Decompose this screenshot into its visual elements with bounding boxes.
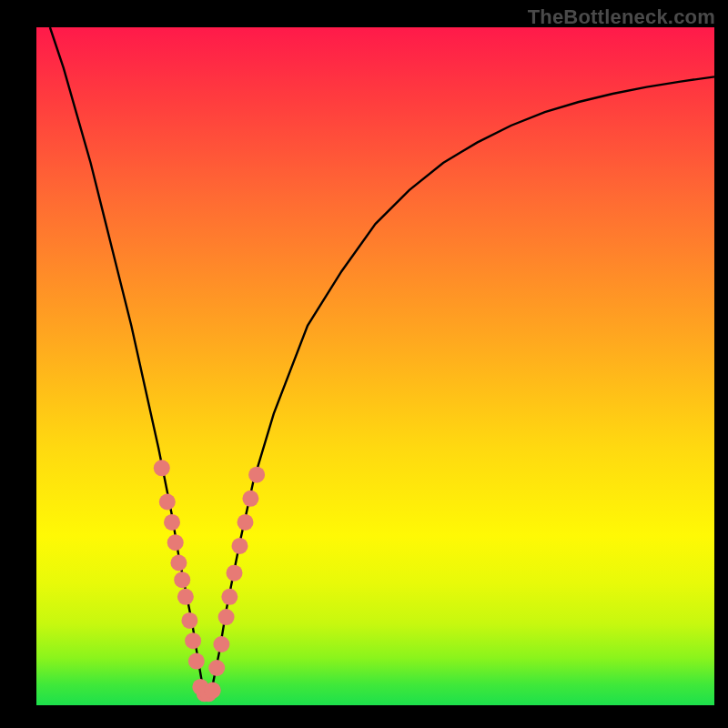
marker-dot [154,460,170,476]
marker-dot [181,612,197,629]
bottleneck-curve-svg [36,27,714,705]
marker-dot [213,636,229,652]
bottleneck-curve [50,27,714,695]
marker-dot [185,632,201,649]
marker-dot [208,660,225,676]
marker-dot [188,653,205,670]
marker-dot [221,589,238,605]
marker-dot [248,467,265,483]
marker-dot [218,609,235,625]
marker-dot [170,555,187,571]
watermark-text: TheBottleneck.com [528,5,715,29]
plot-area [36,27,714,705]
highlighted-points [154,460,265,702]
marker-dot [167,534,184,551]
marker-dot [242,490,258,507]
marker-dot [164,514,180,531]
marker-dot [227,565,243,581]
chart-frame: TheBottleneck.com [0,0,728,728]
marker-dot [238,514,254,531]
marker-dot [174,571,190,588]
marker-dot [177,589,194,605]
marker-dot [205,682,221,699]
marker-dot [159,494,176,511]
marker-dot [232,538,248,554]
